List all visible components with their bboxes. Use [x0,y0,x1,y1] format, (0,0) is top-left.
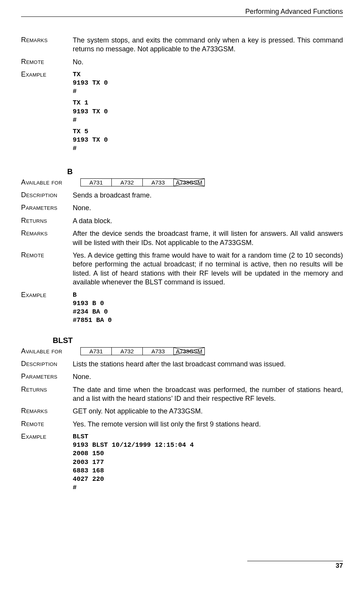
b-remarks-body: After the device sends the broadcast fra… [73,229,343,247]
blst-avail-cell-0: A731 [81,347,112,355]
blst-avail-cell-3: A733GSM [174,347,205,355]
footer-rule [247,561,343,561]
blst-available-table: A731 A732 A733 A733GSM [80,347,205,355]
tx-example-block3: TX 5 9193 TX 0 # [73,127,343,153]
b-example-label: Example [21,291,73,299]
blst-example-label: Example [21,433,73,441]
blst-remarks-body: GET only. Not applicable to the A733GSM. [73,407,343,416]
tx-remarks-body: The system stops, and exits the command … [73,36,343,54]
b-avail-cell-2: A733 [143,179,174,186]
blst-returns-body: The date and time when the broadcast was… [73,385,343,403]
tx-remarks-label: Remarks [21,36,73,44]
section-heading-b: B [21,167,73,176]
blst-example-block: BLST 9193 BLST 10/12/1999 12:15:04 4 200… [73,433,343,492]
b-avail-cell-0: A731 [81,179,112,186]
b-remarks-label: Remarks [21,229,73,237]
b-parameters-label: Parameters [21,204,73,212]
blst-remarks-label: Remarks [21,407,73,415]
b-remote-label: Remote [21,251,73,259]
blst-remote-body: Yes. The remote version will list only t… [73,420,343,429]
page-number: 37 [21,562,343,570]
b-description-body: Sends a broadcast frame. [73,191,343,200]
blst-description-body: Lists the stations heard after the last … [73,360,343,369]
blst-parameters-body: None. [73,372,343,381]
section-heading-blst: BLST [21,336,73,345]
blst-avail-cell-1: A732 [112,347,143,355]
blst-description-label: Description [21,360,73,368]
tx-example-block2: TX 1 9193 TX 0 # [73,99,343,124]
b-avail-cell-1: A732 [112,179,143,186]
blst-remote-label: Remote [21,420,73,428]
tx-remote-label: Remote [21,58,73,66]
b-avail-cell-3-text: A733GSM [176,179,202,186]
b-available-table: A731 A732 A733 A733GSM [80,178,205,186]
page-header-title: Performing Advanced Functions [21,8,343,16]
tx-example-label: Example [21,70,73,78]
b-returns-body: A data block. [73,217,343,225]
b-avail-cell-3: A733GSM [174,179,205,186]
b-remote-body: Yes. A device getting this frame would h… [73,251,343,287]
blst-parameters-label: Parameters [21,372,73,381]
tx-remote-body: No. [73,58,343,67]
b-available-label: Available for [21,178,73,186]
b-returns-label: Returns [21,217,73,225]
b-example-block: B 9193 B 0 #234 BA 0 #7851 BA 0 [73,291,343,325]
b-parameters-body: None. [73,204,343,212]
tx-example-block1: TX 9193 TX 0 # [73,70,343,96]
blst-avail-cell-3-text: A733GSM [176,348,202,354]
blst-returns-label: Returns [21,385,73,394]
header-rule [21,16,343,17]
blst-avail-cell-2: A733 [143,347,174,355]
b-description-label: Description [21,191,73,199]
blst-available-label: Available for [21,347,73,355]
